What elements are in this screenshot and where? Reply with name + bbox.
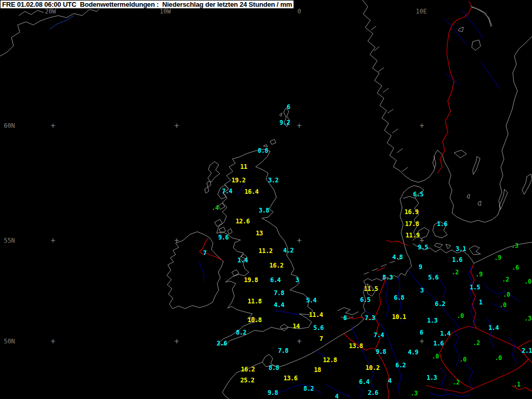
river-thames	[274, 311, 299, 315]
station-value: 13.8	[349, 342, 363, 350]
lon-label: 0	[297, 8, 301, 15]
station-value: .3	[410, 390, 417, 397]
station-value: 11	[240, 163, 247, 170]
station-value: 6.4	[359, 378, 369, 385]
grid-cross: +	[50, 337, 55, 346]
station-value: 10.8	[248, 316, 262, 324]
lon-label: 20W	[45, 8, 56, 15]
rivers-sweden	[445, 9, 500, 89]
station-value: .9	[494, 254, 501, 261]
map-canvas	[0, 0, 532, 399]
station-value: 6	[420, 329, 423, 336]
grid-cross: +	[419, 121, 424, 130]
coastline-bothnia-inlet	[471, 6, 492, 27]
station-value: .0	[495, 354, 501, 362]
border-denmark-germany	[386, 240, 408, 245]
station-value: 3	[296, 276, 299, 284]
station-value: 11.4	[309, 311, 323, 318]
rivers-france	[326, 384, 364, 398]
station-value: .3	[511, 242, 518, 249]
coastline-scandinavia	[363, 0, 532, 222]
station-value: 1.6	[433, 340, 444, 347]
station-value: 6.2	[395, 362, 406, 369]
coastlines-layer	[0, 0, 532, 399]
grid-cross: +	[174, 121, 179, 130]
grid-cross: +	[174, 236, 179, 245]
station-value: 1.6	[452, 256, 462, 263]
station-value: 11.5	[364, 285, 378, 292]
station-value: 11.9	[406, 232, 420, 239]
station-value: 9	[419, 263, 422, 271]
station-value: 19.8	[244, 276, 258, 284]
station-value: 12.6	[236, 218, 250, 225]
station-value: 7.8	[274, 289, 284, 297]
lat-label: 55N	[4, 237, 15, 244]
station-value: 8.2	[303, 385, 314, 392]
lat-label: 60N	[4, 122, 15, 129]
grid-cross: +	[297, 337, 301, 346]
station-value: .0	[459, 356, 466, 363]
station-value: 4.9	[408, 349, 418, 356]
station-value: 7.3	[365, 314, 375, 322]
title-bar: FRE 01.02.08 06:00 UTC Bodenwettermeldun…	[0, 0, 294, 9]
grid-cross: +	[50, 121, 55, 130]
station-value: 1.4	[237, 257, 248, 264]
rivers-layer	[50, 9, 520, 398]
station-value: 16.2	[270, 262, 284, 269]
river-iceland	[50, 16, 74, 29]
station-value: 14	[292, 323, 299, 330]
station-value: 4.4	[274, 301, 284, 309]
station-value: 1.6	[437, 220, 447, 228]
station-value: 13.6	[284, 375, 298, 382]
station-value: .6	[512, 264, 518, 271]
station-value: 1.3	[427, 317, 437, 324]
station-value: 7.8	[278, 347, 288, 354]
station-value: .2	[451, 269, 458, 276]
station-value: 2.6	[217, 340, 227, 347]
station-value: 2.6	[368, 389, 378, 396]
station-value: 16.4	[245, 188, 259, 195]
station-value: .3	[524, 315, 531, 322]
river-seine	[275, 384, 322, 395]
station-value: 7.4	[374, 331, 384, 339]
coastline-norway-fjords	[371, 26, 435, 171]
station-value: 5.6	[313, 324, 324, 331]
station-value: .2	[502, 276, 509, 283]
station-value: 7.4	[222, 188, 232, 195]
weather-map: FRE 01.02.08 06:00 UTC Bodenwettermeldun…	[0, 0, 532, 399]
station-value: 6.5	[413, 191, 423, 198]
coastline-gotland	[522, 174, 532, 194]
station-value: 13	[256, 230, 262, 237]
station-value: .2	[453, 379, 459, 386]
station-value: .2	[473, 339, 480, 347]
river-danube	[430, 393, 471, 397]
station-value: 8.8	[269, 364, 279, 371]
station-value: 3	[420, 287, 424, 294]
lat-label: 50N	[4, 338, 15, 345]
station-value: .0	[457, 312, 463, 320]
station-value: 16.2	[241, 366, 255, 373]
station-value: 9.8	[376, 348, 386, 355]
grid-cross: +	[297, 121, 301, 130]
station-value: 19.2	[232, 177, 246, 184]
station-value: 6.8	[394, 294, 404, 301]
station-value: 1	[479, 299, 483, 306]
station-value: 8.8	[258, 147, 268, 154]
station-value: 9.2	[280, 119, 290, 126]
station-value: 1.3	[427, 374, 437, 381]
station-value: 6.5	[360, 296, 370, 303]
coastline-ruegen	[469, 246, 481, 255]
station-value: 6	[287, 103, 290, 111]
station-value: 8.3	[382, 274, 393, 281]
station-value: 25.2	[241, 377, 255, 384]
station-value: 9.8	[268, 389, 278, 396]
station-value: 3.2	[268, 177, 278, 184]
station-value: 9.5	[418, 244, 428, 251]
river-ireland	[200, 261, 204, 282]
station-value: 3.8	[259, 207, 269, 214]
station-value: .0	[524, 278, 531, 285]
station-value: 17.8	[405, 220, 419, 228]
station-value: 1.4	[440, 330, 450, 337]
station-value: 16.9	[405, 208, 419, 216]
coastline-orkney	[263, 139, 276, 147]
